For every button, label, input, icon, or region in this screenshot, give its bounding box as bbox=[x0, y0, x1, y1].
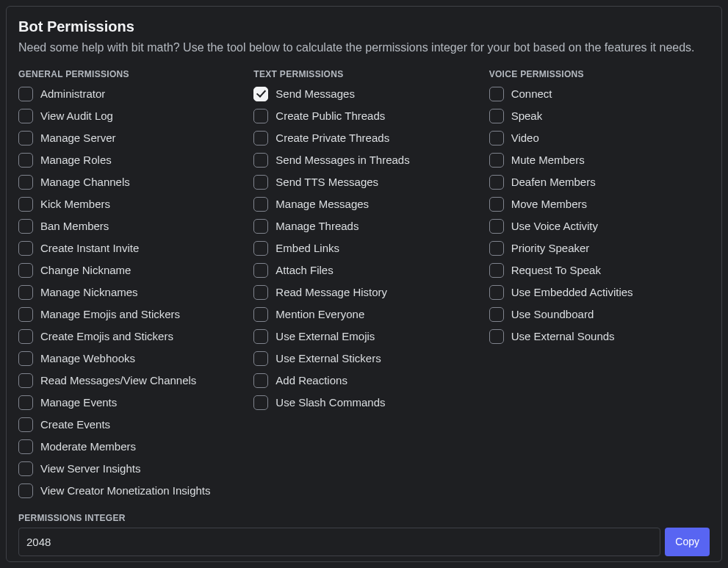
checkbox-read-messages-view-channels[interactable] bbox=[18, 373, 33, 388]
checkbox-request-to-speak[interactable] bbox=[489, 263, 504, 278]
checkbox-mention-everyone[interactable] bbox=[253, 307, 268, 322]
permission-create-instant-invite[interactable]: Create Instant Invite bbox=[18, 241, 239, 256]
permission-manage-emojis-and-stickers[interactable]: Manage Emojis and Stickers bbox=[18, 307, 239, 322]
checkbox-view-creator-monetization-insights[interactable] bbox=[18, 483, 33, 498]
permission-label: Priority Speaker bbox=[511, 242, 590, 255]
checkbox-deafen-members[interactable] bbox=[489, 175, 504, 190]
permission-use-soundboard[interactable]: Use Soundboard bbox=[489, 307, 710, 322]
permission-manage-roles[interactable]: Manage Roles bbox=[18, 153, 239, 168]
checkbox-send-messages-in-threads[interactable] bbox=[253, 153, 268, 168]
permission-use-external-stickers[interactable]: Use External Stickers bbox=[253, 351, 474, 366]
checkbox-read-message-history[interactable] bbox=[253, 285, 268, 300]
checkbox-use-slash-commands[interactable] bbox=[253, 395, 268, 410]
permission-manage-events[interactable]: Manage Events bbox=[18, 395, 239, 410]
permission-kick-members[interactable]: Kick Members bbox=[18, 197, 239, 212]
checkbox-use-embedded-activities[interactable] bbox=[489, 285, 504, 300]
checkbox-create-public-threads[interactable] bbox=[253, 109, 268, 123]
permission-create-emojis-and-stickers[interactable]: Create Emojis and Stickers bbox=[18, 329, 239, 344]
permission-administrator[interactable]: Administrator bbox=[18, 87, 239, 101]
permission-use-voice-activity[interactable]: Use Voice Activity bbox=[489, 219, 710, 234]
permissions-integer-header: PERMISSIONS INTEGER bbox=[18, 513, 710, 523]
checkbox-view-server-insights[interactable] bbox=[18, 461, 33, 476]
permission-manage-channels[interactable]: Manage Channels bbox=[18, 175, 239, 190]
permission-use-embedded-activities[interactable]: Use Embedded Activities bbox=[489, 285, 710, 300]
checkbox-send-tts-messages[interactable] bbox=[253, 175, 268, 190]
checkbox-manage-nicknames[interactable] bbox=[18, 285, 33, 300]
checkbox-change-nickname[interactable] bbox=[18, 263, 33, 278]
checkbox-embed-links[interactable] bbox=[253, 241, 268, 256]
permission-change-nickname[interactable]: Change Nickname bbox=[18, 263, 239, 278]
checkbox-manage-roles[interactable] bbox=[18, 153, 33, 168]
checkbox-send-messages[interactable] bbox=[253, 87, 268, 101]
permission-priority-speaker[interactable]: Priority Speaker bbox=[489, 241, 710, 256]
permission-send-tts-messages[interactable]: Send TTS Messages bbox=[253, 175, 474, 190]
permission-mention-everyone[interactable]: Mention Everyone bbox=[253, 307, 474, 322]
permission-view-audit-log[interactable]: View Audit Log bbox=[18, 109, 239, 123]
permission-manage-server[interactable]: Manage Server bbox=[18, 131, 239, 145]
checkbox-use-soundboard[interactable] bbox=[489, 307, 504, 322]
checkbox-kick-members[interactable] bbox=[18, 197, 33, 212]
permission-use-external-emojis[interactable]: Use External Emojis bbox=[253, 329, 474, 344]
checkbox-video[interactable] bbox=[489, 131, 504, 145]
checkbox-create-events[interactable] bbox=[18, 417, 33, 432]
permission-connect[interactable]: Connect bbox=[489, 87, 710, 101]
permission-ban-members[interactable]: Ban Members bbox=[18, 219, 239, 234]
checkbox-use-voice-activity[interactable] bbox=[489, 219, 504, 234]
checkbox-create-private-threads[interactable] bbox=[253, 131, 268, 145]
permission-manage-threads[interactable]: Manage Threads bbox=[253, 219, 474, 234]
permission-view-server-insights[interactable]: View Server Insights bbox=[18, 461, 239, 476]
permission-read-messages-view-channels[interactable]: Read Messages/View Channels bbox=[18, 373, 239, 388]
permission-request-to-speak[interactable]: Request To Speak bbox=[489, 263, 710, 278]
permissions-integer-input[interactable] bbox=[18, 528, 660, 556]
permission-send-messages[interactable]: Send Messages bbox=[253, 87, 474, 101]
permission-label: Send Messages in Threads bbox=[275, 154, 409, 167]
permission-mute-members[interactable]: Mute Members bbox=[489, 153, 710, 168]
checkbox-connect[interactable] bbox=[489, 87, 504, 101]
permission-manage-webhooks[interactable]: Manage Webhooks bbox=[18, 351, 239, 366]
checkbox-manage-server[interactable] bbox=[18, 131, 33, 145]
permission-use-external-sounds[interactable]: Use External Sounds bbox=[489, 329, 710, 344]
permission-view-creator-monetization-insights[interactable]: View Creator Monetization Insights bbox=[18, 483, 239, 498]
checkbox-move-members[interactable] bbox=[489, 197, 504, 212]
permission-send-messages-in-threads[interactable]: Send Messages in Threads bbox=[253, 153, 474, 168]
checkbox-speak[interactable] bbox=[489, 109, 504, 123]
checkbox-attach-files[interactable] bbox=[253, 263, 268, 278]
checkbox-mute-members[interactable] bbox=[489, 153, 504, 168]
checkbox-manage-threads[interactable] bbox=[253, 219, 268, 234]
checkbox-use-external-emojis[interactable] bbox=[253, 329, 268, 344]
checkbox-manage-events[interactable] bbox=[18, 395, 33, 410]
permission-create-private-threads[interactable]: Create Private Threads bbox=[253, 131, 474, 145]
permission-read-message-history[interactable]: Read Message History bbox=[253, 285, 474, 300]
permission-speak[interactable]: Speak bbox=[489, 109, 710, 123]
checkbox-use-external-stickers[interactable] bbox=[253, 351, 268, 366]
checkbox-add-reactions[interactable] bbox=[253, 373, 268, 388]
checkbox-moderate-members[interactable] bbox=[18, 439, 33, 454]
checkbox-create-emojis-and-stickers[interactable] bbox=[18, 329, 33, 344]
checkbox-view-audit-log[interactable] bbox=[18, 109, 33, 123]
checkbox-use-external-sounds[interactable] bbox=[489, 329, 504, 344]
permission-create-public-threads[interactable]: Create Public Threads bbox=[253, 109, 474, 123]
permission-embed-links[interactable]: Embed Links bbox=[253, 241, 474, 256]
permission-manage-nicknames[interactable]: Manage Nicknames bbox=[18, 285, 239, 300]
permission-deafen-members[interactable]: Deafen Members bbox=[489, 175, 710, 190]
permission-attach-files[interactable]: Attach Files bbox=[253, 263, 474, 278]
permission-move-members[interactable]: Move Members bbox=[489, 197, 710, 212]
checkbox-ban-members[interactable] bbox=[18, 219, 33, 234]
permissions-integer-row: Copy bbox=[18, 528, 710, 556]
permission-moderate-members[interactable]: Moderate Members bbox=[18, 439, 239, 454]
checkbox-create-instant-invite[interactable] bbox=[18, 241, 33, 256]
checkbox-administrator[interactable] bbox=[18, 87, 33, 101]
permission-use-slash-commands[interactable]: Use Slash Commands bbox=[253, 395, 474, 410]
general-permissions-header: GENERAL PERMISSIONS bbox=[18, 69, 239, 79]
copy-button[interactable]: Copy bbox=[665, 528, 710, 556]
text-permissions-column: TEXT PERMISSIONS Send MessagesCreate Pub… bbox=[253, 69, 474, 506]
checkbox-priority-speaker[interactable] bbox=[489, 241, 504, 256]
permission-create-events[interactable]: Create Events bbox=[18, 417, 239, 432]
checkbox-manage-emojis-and-stickers[interactable] bbox=[18, 307, 33, 322]
checkbox-manage-channels[interactable] bbox=[18, 175, 33, 190]
checkbox-manage-webhooks[interactable] bbox=[18, 351, 33, 366]
permission-add-reactions[interactable]: Add Reactions bbox=[253, 373, 474, 388]
permission-video[interactable]: Video bbox=[489, 131, 710, 145]
checkbox-manage-messages[interactable] bbox=[253, 197, 268, 212]
permission-manage-messages[interactable]: Manage Messages bbox=[253, 197, 474, 212]
